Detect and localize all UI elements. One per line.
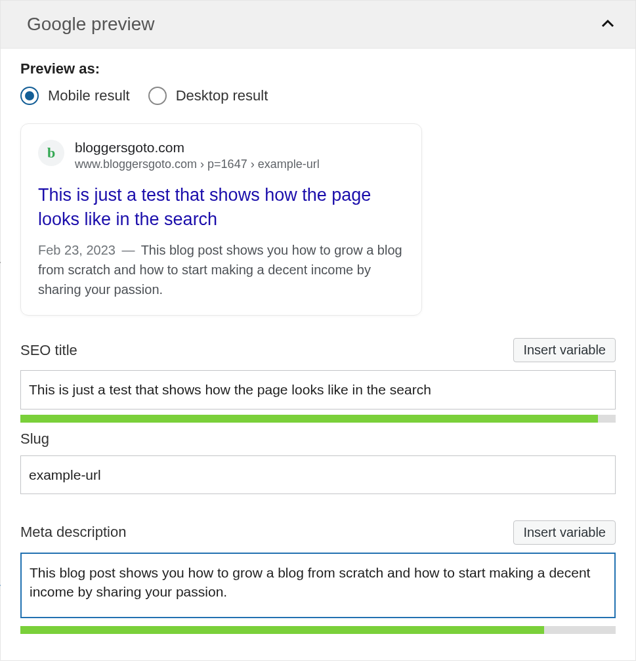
google-preview-panel: Google preview Preview as: Mobile result… xyxy=(0,0,636,661)
active-field-marker-icon xyxy=(0,256,1,269)
preview-as-label: Preview as: xyxy=(20,60,616,77)
panel-header[interactable]: Google preview xyxy=(1,1,635,49)
serp-site-name: bloggersgoto.com xyxy=(75,138,320,156)
seo-title-progress xyxy=(20,415,616,423)
serp-title-link[interactable]: This is just a test that shows how the p… xyxy=(38,183,404,231)
slug-input[interactable] xyxy=(20,455,616,494)
meta-description-field: Meta description Insert variable xyxy=(20,520,616,634)
seo-title-field: SEO title Insert variable xyxy=(20,338,616,422)
serp-description: Feb 23, 2023 — This blog post shows you … xyxy=(38,240,404,299)
slug-field: Slug xyxy=(20,430,616,513)
radio-label: Mobile result xyxy=(48,87,130,104)
slug-label: Slug xyxy=(20,430,49,448)
seo-title-label: SEO title xyxy=(20,342,77,359)
favicon-icon: b xyxy=(38,140,64,166)
serp-date: Feb 23, 2023 xyxy=(38,243,116,257)
active-meta-marker-icon xyxy=(0,579,1,592)
meta-description-progress xyxy=(20,626,616,634)
radio-label: Desktop result xyxy=(176,87,268,104)
radio-desktop-result[interactable]: Desktop result xyxy=(148,87,268,105)
meta-description-label: Meta description xyxy=(20,524,126,541)
radio-icon xyxy=(148,87,167,105)
insert-variable-button[interactable]: Insert variable xyxy=(513,520,616,545)
serp-preview-card: b bloggersgoto.com www.bloggersgoto.com … xyxy=(20,123,422,316)
radio-mobile-result[interactable]: Mobile result xyxy=(20,87,130,105)
panel-body: Preview as: Mobile result Desktop result… xyxy=(1,49,635,660)
preview-as-radios: Mobile result Desktop result xyxy=(20,87,616,105)
serp-dash: — xyxy=(121,243,135,257)
meta-description-input[interactable] xyxy=(20,553,616,618)
radio-icon xyxy=(20,87,39,105)
seo-title-progress-fill xyxy=(20,415,598,423)
seo-title-input[interactable] xyxy=(20,370,616,409)
panel-title: Google preview xyxy=(27,14,155,35)
insert-variable-button[interactable]: Insert variable xyxy=(513,338,616,362)
chevron-up-icon[interactable] xyxy=(599,15,617,33)
serp-breadcrumb: www.bloggersgoto.com › p=1647 › example-… xyxy=(75,158,320,171)
meta-description-progress-fill xyxy=(20,626,544,634)
